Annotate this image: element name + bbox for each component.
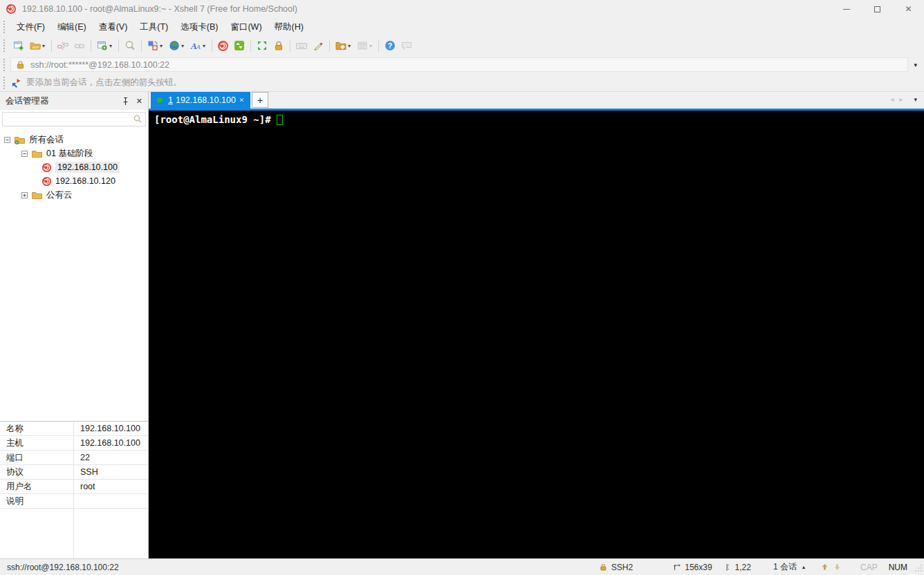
toolbar-gripper[interactable] (3, 77, 6, 89)
tree-item-folder-cloud[interactable]: + 公有云 (0, 188, 148, 202)
session-search-row (0, 110, 148, 128)
address-dropdown-caret-icon[interactable]: ▾ (914, 62, 917, 68)
property-label: 说明 (0, 494, 74, 508)
fullscreen-button[interactable] (254, 37, 270, 54)
log-table-button[interactable]: ▾ (354, 37, 376, 54)
pin-icon (122, 97, 129, 106)
property-value (74, 494, 148, 508)
disconnect-button[interactable] (55, 37, 71, 54)
ssh-lock-icon (599, 563, 608, 572)
new-session-icon (12, 39, 25, 52)
tab-bar: 1 192.168.10.100 ✕ + ◂ ▸ ▾ (149, 92, 924, 111)
collapse-icon[interactable]: − (21, 151, 28, 157)
scroll-down-icon[interactable] (833, 563, 842, 572)
tree-item-folder-basic[interactable]: − 01 基础阶段 (0, 147, 148, 160)
menu-edit[interactable]: 编辑(E) (51, 19, 93, 36)
minimize-button[interactable] (831, 0, 862, 18)
status-cursor-position[interactable]: 1,22 (725, 563, 751, 572)
menu-help[interactable]: 帮助(H) (268, 19, 310, 36)
session-list-caret-icon[interactable]: ▴ (802, 564, 805, 570)
property-row-username: 用户名 root (0, 480, 148, 494)
info-bar: 要添加当前会话，点击左侧的箭头按钮。 (0, 74, 924, 92)
xshell-window: 192.168.10.100 - root@AlmaLinux9:~ - Xsh… (0, 0, 924, 575)
virtual-keyboard-icon (295, 39, 308, 52)
status-session-count[interactable]: 1 会话 ▴ (773, 561, 805, 573)
dropdown-caret-icon[interactable]: ▾ (42, 43, 45, 49)
status-connection-url: ssh://root@192.168.10.100:22 (7, 563, 119, 572)
property-row-host: 主机 192.168.10.100 (0, 436, 148, 451)
property-value: 192.168.10.100 (74, 422, 148, 435)
close-button[interactable]: ✕ (893, 0, 924, 18)
add-session-flag-icon (10, 77, 21, 88)
address-url: ssh://root:******@192.168.10.100:22 (30, 60, 169, 70)
toolbar: ▾ ▾ ▾ ▾ AA▾ ▾ ▾ ? (0, 36, 924, 55)
help-button[interactable]: ? (382, 37, 398, 54)
lock-screen-button[interactable] (270, 37, 287, 54)
tree-item-session-120[interactable]: 192.168.10.120 (0, 174, 148, 188)
toolbar-gripper[interactable] (3, 39, 6, 52)
new-session-button[interactable] (10, 37, 27, 54)
toolbar-separator (212, 39, 212, 52)
tab-close-icon[interactable]: ✕ (239, 97, 244, 104)
fullscreen-icon (256, 39, 268, 52)
menu-window[interactable]: 窗口(W) (224, 19, 268, 36)
reconnect-button[interactable] (71, 37, 88, 54)
scroll-up-icon[interactable] (820, 563, 829, 572)
address-field[interactable]: ssh://root:******@192.168.10.100:22 (10, 57, 908, 72)
status-protocol: SSH2 (599, 563, 633, 572)
virtual-keyboard-button[interactable] (293, 37, 310, 54)
menu-tools[interactable]: 工具(T) (133, 19, 174, 36)
lock-icon (272, 39, 285, 52)
xshell-button[interactable] (215, 37, 231, 54)
feedback-button[interactable] (398, 37, 415, 54)
dropdown-caret-icon[interactable]: ▾ (203, 43, 205, 49)
property-row-description: 说明 (0, 494, 148, 509)
font-button[interactable]: AA▾ (187, 37, 209, 54)
maximize-button[interactable] (862, 0, 893, 18)
dropdown-caret-icon[interactable]: ▾ (181, 43, 184, 49)
dropdown-caret-icon[interactable]: ▾ (369, 43, 372, 49)
session-properties-button[interactable]: ▾ (94, 37, 115, 54)
resize-grip[interactable] (914, 563, 923, 572)
terminal[interactable]: [root@AlmaLinux9 ~]# (149, 111, 924, 558)
menu-file[interactable]: 文件(F) (10, 19, 51, 36)
new-tab-button[interactable]: + (252, 92, 268, 108)
tree-item-session-100[interactable]: 192.168.10.100 (0, 160, 148, 174)
dropdown-caret-icon[interactable]: ▾ (160, 43, 163, 49)
reconnect-icon (73, 39, 86, 52)
dropdown-caret-icon[interactable]: ▾ (109, 43, 112, 49)
help-icon: ? (384, 39, 396, 52)
tab-scroll-left-icon[interactable]: ◂ (890, 95, 894, 103)
root-folder-icon (14, 135, 26, 144)
xftp-button[interactable] (231, 37, 248, 54)
encoding-button[interactable]: ▾ (166, 37, 187, 54)
session-properties-icon (96, 39, 109, 52)
session-properties-grid: 名称 192.168.10.100 主机 192.168.10.100 端口 2… (0, 421, 148, 509)
compose-layout-button[interactable]: ▾ (145, 37, 166, 54)
feedback-icon (400, 39, 413, 52)
menu-view[interactable]: 查看(V) (93, 19, 134, 36)
toolbar-separator (91, 39, 91, 52)
tree-item-all-sessions[interactable]: − 所有会话 (0, 133, 148, 147)
session-search-input[interactable] (2, 112, 146, 126)
status-bar: ssh://root@192.168.10.100:22 SSH2 156x39… (0, 558, 924, 575)
find-button[interactable] (122, 37, 138, 54)
tab-list-caret-icon[interactable]: ▾ (914, 96, 917, 103)
tab-scroll-right-icon[interactable]: ▸ (899, 95, 903, 103)
dropdown-caret-icon[interactable]: ▾ (348, 43, 351, 49)
toolbar-gripper[interactable] (3, 21, 6, 33)
expand-icon[interactable]: + (21, 192, 28, 198)
status-terminal-size[interactable]: 156x39 (673, 563, 712, 572)
toolbar-gripper[interactable] (3, 59, 6, 71)
new-file-transfer-button[interactable]: ▾ (333, 37, 354, 54)
tab-session[interactable]: 1 192.168.10.100 ✕ (151, 92, 250, 109)
close-panel-button[interactable]: ✕ (136, 97, 142, 106)
position-ruler-icon (725, 563, 732, 572)
session-manager-title: 会话管理器 (6, 95, 49, 107)
collapse-icon[interactable]: − (4, 137, 10, 143)
open-session-button[interactable]: ▾ (27, 37, 48, 54)
pin-panel-button[interactable] (122, 97, 129, 106)
encoding-globe-icon (168, 39, 181, 52)
menu-tab[interactable]: 选项卡(B) (174, 19, 224, 36)
highlighter-button[interactable] (310, 37, 326, 54)
